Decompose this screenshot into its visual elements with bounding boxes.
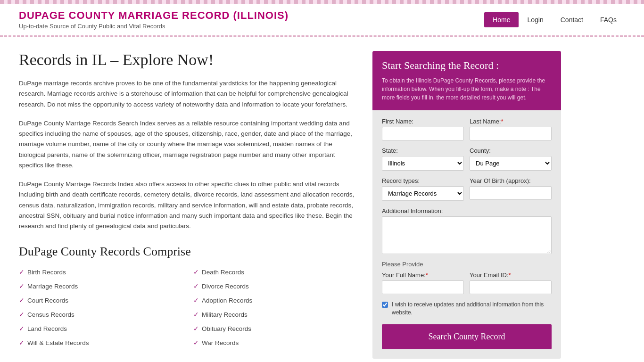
list-item: ✓ War Records (193, 337, 358, 348)
list-item: ✓ Marriage Records (19, 280, 184, 292)
form-header: Start Searching the Record : To obtain t… (372, 51, 561, 110)
contact-row: Your Full Name:* Your Email ID:* (382, 272, 552, 294)
records-grid: ✓ Birth Records ✓ Death Records ✓ Marria… (19, 266, 358, 348)
record-label: Adoption Records (202, 297, 252, 304)
year-of-birth-input[interactable] (470, 186, 552, 200)
decorative-top-border (0, 0, 644, 4)
list-item: ✓ Adoption Records (193, 295, 358, 306)
check-icon: ✓ (19, 282, 25, 290)
intro-para-1: DuPage marriage records archive proves t… (19, 78, 358, 110)
intro-para-3: DuPage County Marriage Records Index als… (19, 179, 358, 231)
form-header-title: Start Searching the Record : (382, 59, 552, 72)
nav-faqs[interactable]: FAQs (592, 12, 625, 27)
record-label: Birth Records (27, 269, 66, 276)
last-name-input[interactable] (470, 127, 552, 140)
email-label: Your Email ID:* (470, 272, 552, 279)
please-provide-label: Please Provide (382, 261, 552, 268)
newsletter-checkbox[interactable] (382, 302, 388, 308)
email-required: * (509, 272, 511, 279)
left-content: Records in IL – Explore Now! DuPage marr… (19, 51, 358, 359)
search-form-panel: Start Searching the Record : To obtain t… (372, 51, 561, 359)
list-item: ✓ Obituary Records (193, 323, 358, 334)
newsletter-checkbox-row: I wish to receive updates and additional… (382, 301, 552, 317)
record-type-row: Record types: Marriage Records Birth Rec… (382, 177, 552, 201)
records-section-heading: DuPage County Records Comprise (19, 245, 358, 259)
check-icon: ✓ (19, 268, 25, 276)
check-icon: ✓ (19, 325, 25, 332)
check-icon: ✓ (193, 325, 199, 332)
record-label: Obituary Records (202, 325, 251, 332)
record-label: Death Records (202, 269, 244, 276)
name-row: First Name: Last Name:* (382, 118, 552, 140)
year-of-birth-label: Year Of Birth (approx): (470, 177, 552, 184)
checkbox-label: I wish to receive updates and additional… (392, 301, 552, 317)
record-label: Marriage Records (27, 283, 78, 290)
form-body: First Name: Last Name:* State: Illinois (372, 110, 561, 359)
full-name-input[interactable] (382, 280, 464, 294)
record-label: Land Records (27, 325, 67, 332)
full-name-label: Your Full Name:* (382, 272, 464, 279)
site-header: DUPAGE COUNTY MARRIAGE RECORD (ILLINOIS)… (0, 4, 644, 37)
record-label: Will & Estate Records (27, 339, 89, 346)
form-header-desc: To obtain the Illinois DuPage County Rec… (382, 76, 552, 102)
first-name-label: First Name: (382, 118, 464, 125)
first-name-input[interactable] (382, 127, 464, 140)
full-name-group: Your Full Name:* (382, 272, 464, 294)
site-subtitle: Up-to-date Source of County Public and V… (19, 23, 289, 30)
county-group: County: Du Page (470, 147, 552, 171)
check-icon: ✓ (193, 282, 199, 290)
intro-para-2: DuPage County Marriage Records Search In… (19, 118, 358, 171)
email-input[interactable] (470, 280, 552, 294)
list-item: ✓ Court Records (19, 295, 184, 306)
list-item: ✓ Land Records (19, 323, 184, 334)
main-container: Records in IL – Explore Now! DuPage marr… (0, 37, 644, 362)
list-item: ✓ Census Records (19, 309, 184, 320)
nav-home[interactable]: Home (484, 12, 519, 27)
check-icon: ✓ (193, 339, 199, 346)
record-label: Court Records (27, 297, 68, 304)
state-select[interactable]: Illinois (382, 156, 464, 171)
record-label: War Records (202, 339, 239, 346)
check-icon: ✓ (19, 311, 25, 318)
list-item: ✓ Birth Records (19, 266, 184, 278)
last-name-required: * (501, 118, 503, 125)
record-type-select[interactable]: Marriage Records Birth Records Death Rec… (382, 186, 464, 201)
state-county-row: State: Illinois County: Du Page (382, 147, 552, 171)
additional-info-textarea[interactable] (382, 216, 552, 254)
header-branding: DUPAGE COUNTY MARRIAGE RECORD (ILLINOIS)… (19, 9, 289, 30)
additional-info-label: Additional Information: (382, 207, 552, 214)
check-icon: ✓ (193, 311, 199, 318)
site-title: DUPAGE COUNTY MARRIAGE RECORD (ILLINOIS) (19, 9, 289, 22)
nav-contact[interactable]: Contact (552, 12, 592, 27)
check-icon: ✓ (193, 296, 199, 304)
additional-info-group: Additional Information: (382, 207, 552, 254)
record-label: Census Records (27, 311, 74, 318)
record-type-label: Record types: (382, 177, 464, 184)
state-label: State: (382, 147, 464, 154)
check-icon: ✓ (19, 339, 25, 346)
last-name-group: Last Name:* (470, 118, 552, 140)
list-item: ✓ Divorce Records (193, 280, 358, 292)
state-group: State: Illinois (382, 147, 464, 171)
full-name-required: * (426, 272, 428, 279)
check-icon: ✓ (193, 268, 199, 276)
page-heading: Records in IL – Explore Now! (19, 51, 358, 69)
list-item: ✓ Military Records (193, 309, 358, 320)
record-label: Military Records (202, 311, 248, 318)
main-nav: Home Login Contact FAQs (484, 12, 625, 27)
first-name-group: First Name: (382, 118, 464, 140)
record-type-group: Record types: Marriage Records Birth Rec… (382, 177, 464, 201)
nav-login[interactable]: Login (519, 12, 552, 27)
county-select[interactable]: Du Page (470, 156, 552, 171)
list-item: ✓ Will & Estate Records (19, 337, 184, 348)
search-county-record-button[interactable]: Search County Record (382, 324, 552, 349)
record-label: Divorce Records (202, 283, 249, 290)
email-group: Your Email ID:* (470, 272, 552, 294)
list-item: ✓ Death Records (193, 266, 358, 278)
check-icon: ✓ (19, 296, 25, 304)
year-of-birth-group: Year Of Birth (approx): (470, 177, 552, 201)
last-name-label: Last Name:* (470, 118, 552, 125)
county-label: County: (470, 147, 552, 154)
